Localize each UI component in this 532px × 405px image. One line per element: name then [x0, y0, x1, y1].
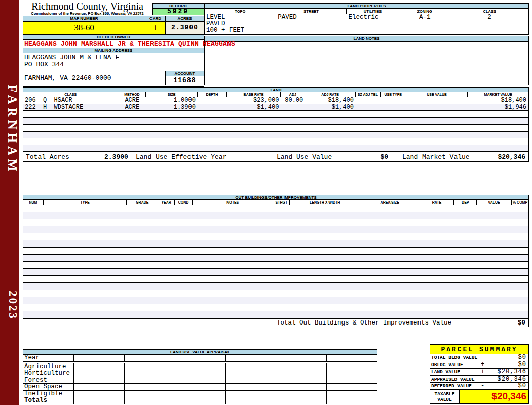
appraisal-cell	[226, 397, 277, 404]
summary-sign: -	[481, 383, 484, 389]
land-table-row: 206 Q HSACRACRE1.0000$23,00080.00$18,400…	[23, 97, 528, 104]
column-header: MARKET VALUE	[468, 92, 528, 97]
land-table-row: 222 H WDSTACREACRE1.3900$1,400$1,400$1,9…	[23, 104, 528, 111]
deeded-owner-header: DEEDED OWNER	[23, 34, 204, 40]
out-building-empty-row	[23, 255, 528, 262]
appraisal-cell	[125, 397, 175, 404]
land-use-appraisal-row: Horticulture	[23, 370, 377, 377]
row-label: Open Space	[23, 384, 74, 390]
column-header: TYPE	[44, 200, 127, 205]
appraisal-cell	[276, 384, 327, 390]
deeded-owner-value: HEAGGANS JOHN MARSHALL JR & THERESITA QU…	[23, 40, 204, 48]
out-building-empty-row	[23, 205, 528, 212]
land-cell: $18,400	[468, 97, 528, 104]
land-use-appraisal-row: Year	[23, 355, 377, 362]
land-cell	[281, 104, 305, 111]
appraisal-cell	[327, 377, 377, 384]
row-label: Agriculture	[23, 363, 74, 370]
out-buildings-table-body	[23, 205, 529, 318]
land-cell: 222 H WDSTACRE	[23, 104, 118, 111]
land-use-appraisal-body: YearAgricultureHorticultureForestOpen Sp…	[23, 355, 377, 404]
land-property-value	[276, 27, 347, 34]
land-cell: 80.00	[281, 97, 305, 104]
card-header: CARD	[145, 16, 166, 21]
land-section-header: LAND	[23, 87, 529, 92]
acres-header: ACRES	[165, 16, 204, 21]
row-label: Year	[23, 355, 74, 361]
appraisal-cell	[327, 363, 377, 370]
land-use-appraisal-row: Agriculture	[23, 363, 377, 371]
out-building-empty-row	[23, 248, 528, 255]
parcel-summary-row: DEFERRED VALUE-$0	[430, 383, 529, 390]
out-buildings-total-value: $0	[518, 319, 525, 327]
county-header: Richmond County, Virginia Commissioner o…	[23, 1, 152, 16]
address-line: PO BOX 344	[24, 61, 204, 68]
appraisal-cell	[175, 384, 226, 390]
land-properties-values: LEVELPAVEDElectricA-12PAVED100 + FEET	[204, 14, 529, 35]
column-header: DEP	[454, 200, 477, 205]
column-header: % COMP	[512, 200, 528, 205]
appraisal-cell	[125, 363, 175, 370]
summary-value: +$20,346	[479, 369, 529, 375]
column-header: LENGTH X WIDTH	[290, 200, 360, 205]
appraisal-cell	[226, 370, 277, 377]
land-property-value	[347, 27, 399, 34]
land-cell	[381, 97, 406, 104]
land-cell	[356, 104, 381, 111]
land-property-value	[450, 21, 528, 27]
land-cell	[198, 104, 227, 111]
column-header: YEAR	[158, 200, 175, 205]
land-property-value	[399, 27, 450, 34]
column-header: RATE	[420, 200, 454, 205]
land-market-value-label: Land Market Value	[402, 152, 470, 162]
appraisal-cell	[175, 391, 226, 397]
parcel-summary: PARCEL SUMMARY TOTAL BLDG VALUE$0OBLDG V…	[430, 344, 529, 404]
appraisal-cell	[74, 377, 125, 384]
sidebar: FARNHAM 2023	[0, 0, 19, 405]
out-buildings-total-row: Total Out Buildings & Other Improvements…	[23, 318, 529, 327]
appraisal-cell	[226, 355, 277, 361]
account-box: ACCOUNT 11688	[165, 71, 204, 85]
land-empty-row	[23, 138, 528, 145]
land-properties: LAND PROPERTIES TOPO STREET UTILITIES ZO…	[204, 3, 529, 35]
appraisal-cell	[74, 370, 125, 377]
appraisal-cell	[125, 355, 175, 361]
appraisal-cell	[226, 391, 277, 397]
map-number-header: MAP NUMBER	[23, 16, 145, 21]
land-cell: ACRE	[118, 97, 146, 104]
row-label: Forest	[23, 377, 74, 384]
land-use-appraisal-row: Open Space	[23, 384, 377, 391]
district-label: FARNHAM	[0, 83, 19, 176]
land-cell: $1,400	[305, 104, 356, 111]
appraisal-cell	[276, 370, 327, 377]
appraisal-cell	[276, 355, 327, 361]
appraisal-cell	[327, 397, 377, 404]
land-cell	[198, 97, 227, 104]
appraisal-cell	[125, 370, 175, 377]
out-building-empty-row	[23, 311, 528, 318]
account-header: ACCOUNT	[165, 71, 204, 76]
county-title: Richmond County, Virginia	[23, 1, 152, 11]
land-use-effective-year-label: Land Use Effective Year	[136, 152, 226, 162]
column-header: SIZE	[146, 92, 198, 97]
column-header: ADJ RATE	[305, 92, 356, 97]
column-header: SZ ADJ TBL	[356, 92, 381, 97]
column-header: NOTES	[193, 200, 274, 205]
row-label: Horticulture	[23, 370, 74, 377]
out-building-empty-row	[23, 226, 528, 233]
out-building-empty-row	[23, 269, 528, 276]
land-property-value	[276, 21, 347, 27]
column-header: METHOD	[118, 92, 146, 97]
appraisal-cell	[74, 355, 125, 361]
card-value: 1	[145, 21, 166, 34]
appraisal-cell	[327, 391, 377, 397]
land-use-appraisal: LAND USE VALUE APPRAISAL YearAgriculture…	[23, 349, 377, 404]
summary-value: -$0	[479, 383, 529, 389]
land-properties-header: LAND PROPERTIES	[204, 3, 529, 9]
deeded-owner-text: HEAGGANS JOHN MARSHALL JR & THERESITA QU…	[23, 40, 235, 48]
land-column-headers: CLASSMETHODSIZEDEPTHBASE RATEADJADJ RATE…	[23, 92, 529, 97]
out-building-empty-row	[23, 212, 528, 219]
land-empty-row	[23, 111, 528, 118]
taxable-value-row: TAXABLE VALUE $20,346	[430, 390, 529, 404]
land-cell: 1.0000	[146, 97, 198, 104]
